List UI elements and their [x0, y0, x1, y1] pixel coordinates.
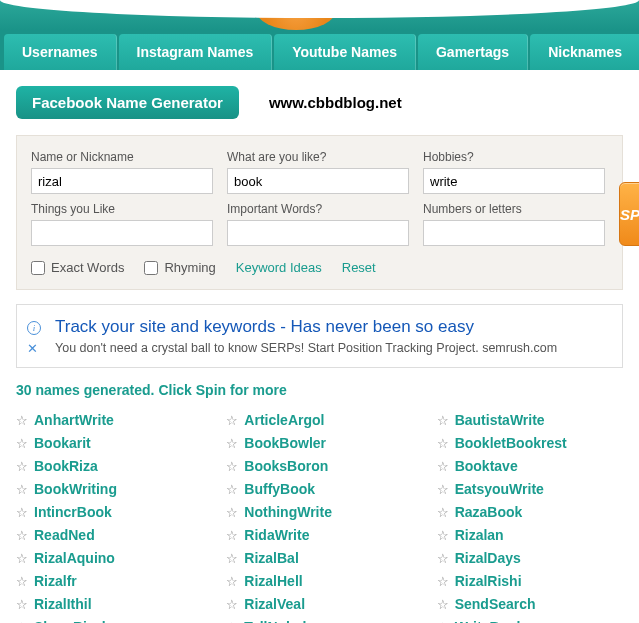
result-name[interactable]: AnhartWrite [34, 412, 114, 428]
result-name[interactable]: ArticleArgol [244, 412, 324, 428]
star-icon[interactable]: ☆ [16, 482, 28, 497]
result-item: ☆NothingWrite [226, 504, 412, 520]
result-name[interactable]: IntincrBook [34, 504, 112, 520]
star-icon[interactable]: ☆ [437, 413, 449, 428]
result-item: ☆RizalRishi [437, 573, 623, 589]
star-icon[interactable]: ☆ [226, 528, 238, 543]
result-name[interactable]: RizalBal [244, 550, 298, 566]
star-icon[interactable]: ☆ [437, 436, 449, 451]
input-hobbies[interactable] [423, 168, 605, 194]
input-like[interactable] [227, 168, 409, 194]
url-text: www.cbbdblog.net [269, 94, 402, 111]
results-grid: ☆AnhartWrite☆ArticleArgol☆BautistaWrite☆… [16, 412, 623, 623]
result-item: ☆ArticleArgol [226, 412, 412, 428]
options-row: Exact Words Rhyming Keyword Ideas Reset [31, 260, 608, 275]
result-name[interactable]: RizalVeal [244, 596, 305, 612]
result-name[interactable]: BookBowler [244, 435, 326, 451]
result-name[interactable]: BookWriting [34, 481, 117, 497]
star-icon[interactable]: ☆ [16, 528, 28, 543]
tab-usernames[interactable]: Usernames [4, 34, 117, 70]
star-icon[interactable]: ☆ [437, 482, 449, 497]
tab-instagram[interactable]: Instagram Names [119, 34, 273, 70]
star-icon[interactable]: ☆ [16, 505, 28, 520]
spin-button[interactable]: SPIN! [619, 182, 639, 246]
result-item: ☆IntincrBook [16, 504, 202, 520]
star-icon[interactable]: ☆ [226, 459, 238, 474]
result-item: ☆SendSearch [437, 596, 623, 612]
checkbox-exact-words-wrap[interactable]: Exact Words [31, 260, 124, 275]
result-name[interactable]: SendSearch [455, 596, 536, 612]
checkbox-rhyming-wrap[interactable]: Rhyming [144, 260, 215, 275]
result-name[interactable]: EatsyouWrite [455, 481, 544, 497]
result-name[interactable]: Bookarit [34, 435, 91, 451]
star-icon[interactable]: ☆ [16, 413, 28, 428]
result-name[interactable]: TellNobel [244, 619, 306, 623]
ad-close-icon[interactable]: ✕ [27, 341, 38, 356]
result-name[interactable]: ReadNed [34, 527, 95, 543]
tab-nicknames[interactable]: Nicknames [530, 34, 639, 70]
star-icon[interactable]: ☆ [16, 620, 28, 624]
ad-title[interactable]: Track your site and keywords - Has never… [55, 317, 608, 337]
star-icon[interactable]: ☆ [226, 482, 238, 497]
input-numbers[interactable] [423, 220, 605, 246]
star-icon[interactable]: ☆ [437, 505, 449, 520]
ad-info-icon[interactable]: i [27, 321, 41, 335]
result-item: ☆BooksBoron [226, 458, 412, 474]
label-hobbies: Hobbies? [423, 150, 605, 164]
tab-youtube[interactable]: Youtube Names [274, 34, 416, 70]
input-name[interactable] [31, 168, 213, 194]
star-icon[interactable]: ☆ [16, 551, 28, 566]
star-icon[interactable]: ☆ [16, 459, 28, 474]
input-important[interactable] [227, 220, 409, 246]
result-name[interactable]: BookRiza [34, 458, 98, 474]
star-icon[interactable]: ☆ [437, 459, 449, 474]
label-numbers: Numbers or letters [423, 202, 605, 216]
result-item: ☆EatsyouWrite [437, 481, 623, 497]
input-things[interactable] [31, 220, 213, 246]
ad-desc: You don't need a crystal ball to know SE… [55, 341, 608, 355]
result-name[interactable]: NothingWrite [244, 504, 332, 520]
result-item: ☆RidaWrite [226, 527, 412, 543]
result-item: ☆Rizalan [437, 527, 623, 543]
star-icon[interactable]: ☆ [437, 551, 449, 566]
result-name[interactable]: RizalIthil [34, 596, 92, 612]
result-item: ☆RizalDays [437, 550, 623, 566]
star-icon[interactable]: ☆ [437, 620, 449, 624]
result-name[interactable]: BautistaWrite [455, 412, 545, 428]
result-name[interactable]: BooksBoron [244, 458, 328, 474]
result-name[interactable]: RizalDays [455, 550, 521, 566]
result-name[interactable]: Rizalfr [34, 573, 77, 589]
star-icon[interactable]: ☆ [16, 436, 28, 451]
star-icon[interactable]: ☆ [226, 620, 238, 624]
star-icon[interactable]: ☆ [226, 436, 238, 451]
star-icon[interactable]: ☆ [226, 574, 238, 589]
star-icon[interactable]: ☆ [226, 551, 238, 566]
result-name[interactable]: BookletBookrest [455, 435, 567, 451]
result-name[interactable]: RizalRishi [455, 573, 522, 589]
star-icon[interactable]: ☆ [226, 597, 238, 612]
star-icon[interactable]: ☆ [226, 413, 238, 428]
result-name[interactable]: Booktave [455, 458, 518, 474]
star-icon[interactable]: ☆ [437, 597, 449, 612]
result-name[interactable]: RizalHell [244, 573, 302, 589]
star-icon[interactable]: ☆ [16, 574, 28, 589]
result-name[interactable]: RidaWrite [244, 527, 309, 543]
link-keyword-ideas[interactable]: Keyword Ideas [236, 260, 322, 275]
link-reset[interactable]: Reset [342, 260, 376, 275]
checkbox-rhyming[interactable] [144, 261, 158, 275]
tab-gamertags[interactable]: Gamertags [418, 34, 528, 70]
result-name[interactable]: Rizalan [455, 527, 504, 543]
star-icon[interactable]: ☆ [226, 505, 238, 520]
result-name[interactable]: SheerRizal [34, 619, 106, 623]
checkbox-exact-words[interactable] [31, 261, 45, 275]
result-name[interactable]: RazaBook [455, 504, 523, 520]
label-like: What are you like? [227, 150, 409, 164]
result-name[interactable]: RizalAquino [34, 550, 115, 566]
star-icon[interactable]: ☆ [16, 597, 28, 612]
result-name[interactable]: WriteBooks [455, 619, 533, 623]
result-item: ☆Bookarit [16, 435, 202, 451]
star-icon[interactable]: ☆ [437, 574, 449, 589]
result-item: ☆RizalBal [226, 550, 412, 566]
result-name[interactable]: BuffyBook [244, 481, 315, 497]
star-icon[interactable]: ☆ [437, 528, 449, 543]
